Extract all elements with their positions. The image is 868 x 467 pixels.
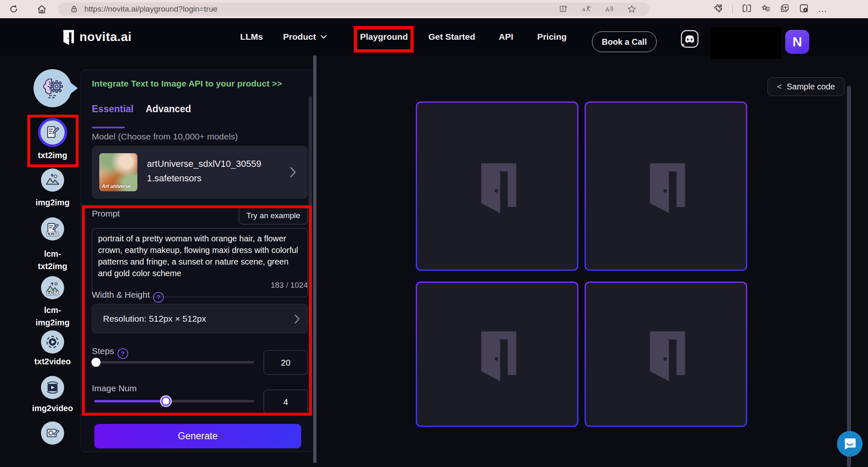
split-screen-icon[interactable] — [742, 3, 752, 15]
tab-copy-icon[interactable] — [780, 3, 790, 15]
refresh-icon[interactable] — [7, 3, 20, 15]
txt2img-icon — [45, 125, 60, 140]
nav-item-get-started[interactable]: Get Started — [428, 18, 475, 55]
lcm-badge: LCM — [41, 290, 64, 296]
image-placeholder-4 — [585, 282, 747, 427]
avatar-pointer-icon — [69, 81, 78, 95]
book-a-call-button[interactable]: Book a Call — [592, 31, 657, 52]
image-placeholder-3 — [416, 282, 578, 427]
chevron-right-icon — [290, 166, 296, 178]
sidebar-label-lcm-img2img: lcm- img2img — [19, 304, 86, 329]
chevron-right-icon — [294, 314, 300, 324]
nav-item-playground[interactable]: Playground — [360, 18, 408, 55]
nav-item-product[interactable]: Product — [283, 18, 327, 55]
address-bar[interactable]: https://novita.ai/playground?login=true … — [58, 2, 650, 16]
tab-advanced[interactable]: Advanced — [146, 104, 191, 115]
photo-edit-icon — [45, 426, 60, 441]
nav-item-llms[interactable]: LLMs — [240, 18, 263, 55]
char-counter: 183 / 1024 — [92, 281, 308, 290]
img2video-icon — [45, 380, 60, 395]
sidebar-item-txt2video[interactable] — [41, 330, 64, 354]
sidebar-item-img2video[interactable] — [41, 376, 64, 399]
door-placeholder-icon — [475, 158, 520, 214]
image-num-slider-fill — [94, 400, 165, 402]
model-selector[interactable]: Art universe artUniverse_sdxlV10_305591.… — [92, 146, 308, 199]
chat-widget-button[interactable] — [837, 431, 863, 457]
help-icon[interactable]: ? — [153, 292, 164, 303]
door-placeholder-icon — [475, 326, 520, 382]
steps-label: Steps? — [92, 346, 128, 359]
sample-code-button[interactable]: < Sample code — [767, 77, 844, 96]
browser-toolbar: https://novita.ai/playground?login=true … — [0, 0, 868, 18]
site-navbar: novita.ai LLMs Product Playground Get St… — [0, 18, 868, 55]
sidebar-label-img2video: img2video — [19, 402, 86, 414]
image-num-value-input[interactable] — [264, 390, 308, 414]
sidebar-label-txt2video: txt2video — [19, 355, 86, 368]
url-text: https://novita.ai/playground?login=true — [84, 5, 218, 14]
brain-gear-icon — [39, 75, 66, 101]
split-tab-icon[interactable] — [558, 4, 569, 14]
image-num-label: Image Num — [92, 383, 137, 393]
novita-logo[interactable]: novita.ai — [61, 29, 132, 45]
lcm-badge: LCM — [41, 231, 64, 237]
resolution-selector[interactable]: Resolution: 512px × 512px — [92, 304, 308, 333]
sidebar-label-txt2img: txt2img — [19, 149, 86, 161]
user-avatar[interactable]: N — [785, 30, 809, 54]
brand-name: novita.ai — [79, 30, 132, 44]
sidebar-item-img2img[interactable] — [41, 169, 64, 192]
door-placeholder-icon — [643, 158, 689, 214]
image-placeholder-2 — [585, 101, 747, 271]
nav-item-pricing[interactable]: Pricing — [537, 18, 566, 55]
novita-playground-screen: https://novita.ai/playground?login=true … — [0, 0, 868, 467]
panel-divider — [313, 55, 317, 463]
prompt-label: Prompt — [92, 209, 120, 219]
width-height-label: Width & Height? — [92, 290, 164, 303]
model-thumbnail: Art universe — [99, 153, 137, 191]
image-placeholder-1 — [416, 101, 578, 271]
door-logo-icon — [61, 29, 75, 45]
active-tab-underline — [92, 127, 125, 128]
chat-bubble-icon — [843, 437, 857, 451]
sidebar-item-lcm-img2img[interactable]: LCM — [41, 276, 64, 299]
svg-text:A: A — [605, 6, 609, 13]
try-example-button[interactable]: Try an example — [239, 207, 308, 224]
toolbar-divider — [732, 5, 733, 14]
help-icon[interactable]: ? — [117, 348, 128, 359]
chevron-down-icon — [320, 34, 328, 39]
sidebar-item-txt2img[interactable] — [38, 118, 67, 147]
steps-slider-thumb[interactable] — [91, 358, 101, 367]
panel-scrollbar[interactable] — [309, 96, 312, 326]
extensions-icon[interactable] — [713, 3, 723, 15]
translate-icon[interactable]: a — [581, 4, 592, 14]
read-aloud-icon[interactable]: A — [604, 4, 614, 14]
generate-button[interactable]: Generate — [94, 424, 301, 448]
browser-menu-icon[interactable]: … — [818, 4, 827, 14]
image-num-slider-thumb[interactable] — [161, 396, 171, 406]
sidebar-label-img2img: img2img — [19, 196, 86, 209]
nav-item-api[interactable]: API — [499, 18, 513, 55]
resolution-value: Resolution: 512px × 512px — [103, 314, 206, 324]
txt2video-icon — [45, 335, 60, 349]
steps-value-input[interactable] — [264, 350, 308, 375]
favorite-star-icon[interactable] — [626, 4, 637, 14]
discord-icon[interactable] — [680, 29, 700, 49]
browser-profile-icon[interactable] — [799, 3, 809, 15]
ai-assistant-avatar[interactable] — [34, 69, 72, 107]
home-icon[interactable] — [36, 3, 48, 15]
page-scrollbar[interactable] — [847, 86, 851, 467]
img2img-icon — [45, 173, 60, 188]
tab-essential[interactable]: Essential — [92, 104, 134, 115]
collections-icon[interactable] — [761, 3, 771, 15]
steps-slider[interactable] — [94, 361, 254, 363]
model-section-label: Model (Choose from 10,000+ models) — [92, 132, 238, 142]
door-placeholder-icon — [643, 326, 689, 382]
sidebar-item-lcm-txt2img[interactable]: LCM — [41, 217, 64, 241]
sidebar-item-extra-tool[interactable] — [41, 421, 64, 445]
sidebar-label-lcm-txt2img: lcm- txt2img — [19, 248, 86, 272]
model-thumb-caption: Art universe — [102, 184, 131, 189]
svg-text:a: a — [582, 6, 585, 12]
lock-icon — [69, 4, 79, 14]
model-name: artUniverse_sdxlV10_305591.safetensors — [147, 156, 263, 185]
integrate-api-link[interactable]: Integrate Text to Image API to your prod… — [92, 79, 282, 89]
chevron-left-icon: < — [777, 82, 782, 91]
